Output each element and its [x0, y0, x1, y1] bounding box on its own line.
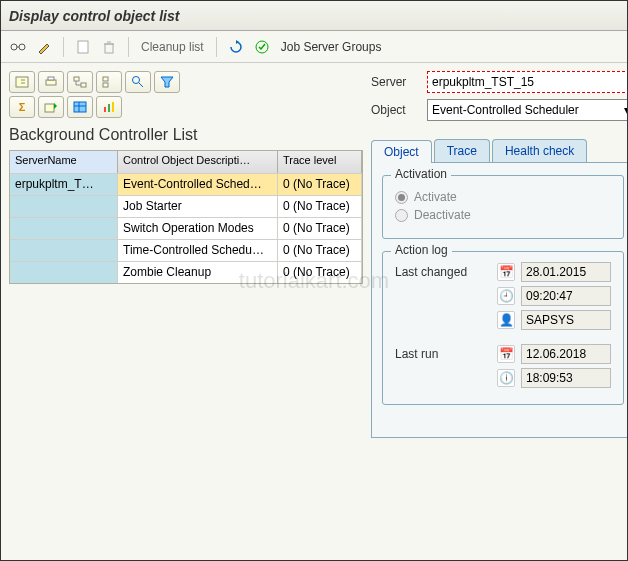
svg-rect-3 [105, 44, 113, 53]
run-date: 12.06.2018 [521, 344, 611, 364]
cell-trace: 0 (No Trace) [278, 262, 362, 283]
glasses-icon[interactable] [7, 36, 29, 58]
last-changed-label: Last changed [395, 265, 491, 279]
radio-icon [395, 191, 408, 204]
tabstrip: Object Trace Health check Activation Act… [371, 139, 628, 438]
cell-desc: Job Starter [118, 196, 278, 217]
table-row[interactable]: Switch Operation Modes 0 (No Trace) [10, 217, 362, 239]
col-trace[interactable]: Trace level [278, 151, 362, 173]
svg-rect-13 [45, 104, 54, 112]
window-title: Display control object list [9, 8, 179, 24]
cell-desc: Event-Controlled Sched… [118, 174, 278, 195]
grid-table: ServerName Control Object Descripti… Tra… [9, 150, 363, 284]
svg-rect-2 [78, 41, 88, 53]
svg-rect-14 [74, 102, 86, 112]
cell-server [10, 240, 118, 261]
tab-body: Activation Activate Deactivate Action lo… [371, 163, 628, 438]
separator [128, 37, 129, 57]
changed-user: SAPSYS [521, 310, 611, 330]
graphic-icon[interactable] [96, 96, 122, 118]
export-icon[interactable] [38, 96, 64, 118]
activation-group: Activation Activate Deactivate [382, 175, 624, 239]
col-servername[interactable]: ServerName [10, 151, 118, 173]
col-description[interactable]: Control Object Descripti… [118, 151, 278, 173]
svg-point-12 [133, 77, 140, 84]
check-icon[interactable] [251, 36, 273, 58]
cell-server [10, 262, 118, 283]
deactivate-label: Deactivate [414, 208, 471, 222]
activate-label: Activate [414, 190, 457, 204]
cell-desc: Zombie Cleanup [118, 262, 278, 283]
left-pane: Σ Background Controller List ServerName … [1, 63, 371, 560]
chevron-down-icon: ▾ [624, 103, 628, 117]
new-doc-icon[interactable] [72, 36, 94, 58]
svg-point-0 [11, 44, 17, 50]
cell-trace: 0 (No Trace) [278, 240, 362, 261]
delete-icon[interactable] [98, 36, 120, 58]
user-icon: 👤 [497, 311, 515, 329]
table-row[interactable]: Job Starter 0 (No Trace) [10, 195, 362, 217]
print-icon[interactable] [38, 71, 64, 93]
svg-point-1 [19, 44, 25, 50]
svg-rect-11 [103, 83, 108, 87]
svg-rect-5 [16, 77, 28, 87]
actionlog-title: Action log [391, 243, 452, 257]
find-icon[interactable] [125, 71, 151, 93]
table-row[interactable]: Time-Controlled Schedu… 0 (No Trace) [10, 239, 362, 261]
server-input[interactable] [427, 71, 628, 93]
cell-server [10, 196, 118, 217]
server-label: Server [371, 75, 427, 89]
filter-icon[interactable] [154, 71, 180, 93]
table-row[interactable]: Zombie Cleanup 0 (No Trace) [10, 261, 362, 283]
sum-icon[interactable]: Σ [9, 96, 35, 118]
deactivate-radio: Deactivate [395, 208, 611, 222]
tree-on-icon[interactable] [67, 71, 93, 93]
tab-object[interactable]: Object [371, 140, 432, 163]
refresh-icon[interactable] [225, 36, 247, 58]
tab-trace[interactable]: Trace [434, 139, 490, 162]
cell-server: erpukpltm_T… [10, 174, 118, 195]
separator [63, 37, 64, 57]
clock-icon: 🕕 [497, 369, 515, 387]
svg-rect-8 [74, 77, 79, 81]
separator [216, 37, 217, 57]
calendar-icon: 📅 [497, 345, 515, 363]
right-pane: Server Object Event-Controlled Scheduler… [371, 63, 628, 560]
pencil-icon[interactable] [33, 36, 55, 58]
grid-toolbar-row1 [9, 71, 363, 93]
tab-health[interactable]: Health check [492, 139, 587, 162]
grid-header: ServerName Control Object Descripti… Tra… [10, 151, 362, 173]
last-run-label: Last run [395, 347, 491, 361]
svg-rect-6 [46, 80, 56, 85]
cell-trace: 0 (No Trace) [278, 218, 362, 239]
object-value: Event-Controlled Scheduler [432, 103, 579, 117]
table-row[interactable]: erpukpltm_T… Event-Controlled Sched… 0 (… [10, 173, 362, 195]
cell-server [10, 218, 118, 239]
svg-rect-16 [108, 104, 110, 112]
object-select[interactable]: Event-Controlled Scheduler ▾ [427, 99, 628, 121]
grid-title: Background Controller List [9, 126, 363, 144]
cell-desc: Time-Controlled Schedu… [118, 240, 278, 261]
layout-icon[interactable] [67, 96, 93, 118]
cleanup-list-link[interactable]: Cleanup list [137, 40, 208, 54]
object-label: Object [371, 103, 427, 117]
cell-desc: Switch Operation Modes [118, 218, 278, 239]
job-server-groups-link[interactable]: Job Server Groups [277, 40, 386, 54]
svg-rect-17 [112, 102, 114, 112]
calendar-icon: 📅 [497, 263, 515, 281]
run-time: 18:09:53 [521, 368, 611, 388]
grid-toolbar-row2: Σ [9, 96, 363, 118]
details-icon[interactable] [9, 71, 35, 93]
tree-off-icon[interactable] [96, 71, 122, 93]
cell-trace: 0 (No Trace) [278, 174, 362, 195]
changed-date: 28.01.2015 [521, 262, 611, 282]
clock-icon: 🕘 [497, 287, 515, 305]
title-bar: Display control object list [1, 1, 627, 31]
activate-radio: Activate [395, 190, 611, 204]
svg-rect-9 [81, 83, 86, 87]
svg-rect-15 [104, 107, 106, 112]
activation-title: Activation [391, 167, 451, 181]
radio-icon [395, 209, 408, 222]
cell-trace: 0 (No Trace) [278, 196, 362, 217]
changed-time: 09:20:47 [521, 286, 611, 306]
